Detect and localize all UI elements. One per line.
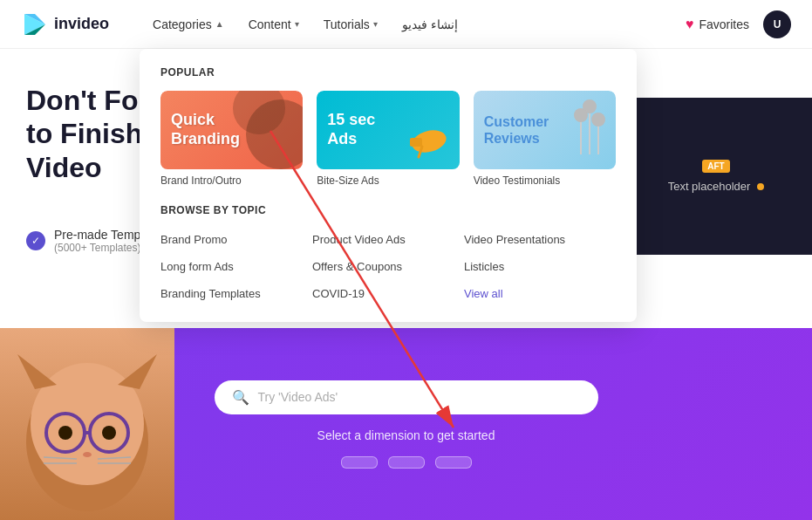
- dimension-buttons: [341, 456, 472, 469]
- header: invideo Categories ▲ Content ▾ Tutorials…: [0, 0, 812, 49]
- categories-dropdown: Popular Quick Branding Brand Intro/Outro: [140, 49, 637, 322]
- main-nav: Categories ▲ Content ▾ Tutorials ▾ إنشاء…: [144, 10, 686, 38]
- search-icon: 🔍: [232, 389, 249, 406]
- text-placeholder: Text placeholder: [668, 180, 751, 193]
- svg-rect-18: [410, 138, 422, 147]
- svg-point-23: [591, 113, 605, 127]
- dimension-button-3[interactable]: [435, 456, 472, 469]
- megaphone-icon: [403, 117, 451, 165]
- browse-item-brand-promo[interactable]: Brand Promo: [160, 229, 312, 250]
- card1-label: Brand Intro/Outro: [160, 174, 303, 187]
- video-thumbnail: AFT Text placeholder: [620, 98, 812, 255]
- user-avatar[interactable]: U: [763, 10, 791, 38]
- dimension-button-1[interactable]: [341, 456, 378, 469]
- check-icon: ✓: [26, 231, 45, 250]
- quick-branding-image: Quick Branding: [160, 91, 303, 169]
- browse-item-listicles[interactable]: Listicles: [464, 256, 616, 277]
- browse-item-product-video[interactable]: Product Video Ads: [312, 229, 464, 250]
- browse-item-branding-templates[interactable]: Branding Templates: [160, 283, 312, 304]
- dimension-button-2[interactable]: [388, 456, 425, 469]
- popular-section-title: Popular: [160, 66, 616, 79]
- card1-line1: Quick: [171, 111, 240, 130]
- heart-icon: ♥: [686, 17, 694, 32]
- browse-item-video-presentations[interactable]: Video Presentations: [464, 229, 616, 250]
- card3-line1: Customer: [484, 113, 549, 130]
- svg-point-25: [574, 108, 588, 122]
- browse-item-view-all[interactable]: View all: [464, 283, 616, 304]
- browse-section-title: Browse By Topic: [160, 204, 616, 216]
- browse-section: Browse By Topic Brand Promo Product Vide…: [160, 204, 616, 304]
- nav-create[interactable]: إنشاء فيديو: [393, 10, 467, 38]
- quick-branding-card[interactable]: Quick Branding Brand Intro/Outro: [160, 91, 303, 187]
- cat-svg: [0, 328, 174, 520]
- header-right: ♥ Favorites U: [686, 10, 791, 38]
- card3-line2: Reviews: [484, 130, 549, 147]
- nav-content[interactable]: Content ▾: [240, 10, 308, 38]
- cat-image: [0, 328, 174, 520]
- recording-dot: [757, 183, 764, 190]
- search-placeholder: Try 'Video Ads': [258, 390, 338, 404]
- 15sec-ads-card[interactable]: 15 sec Ads Bite-Size Ads: [317, 91, 459, 187]
- chevron-down-icon: ▾: [373, 19, 378, 29]
- svg-point-12: [83, 452, 92, 457]
- nav-categories[interactable]: Categories ▲: [144, 10, 233, 38]
- logo-icon: [21, 10, 49, 38]
- chevron-down-icon: ▲: [215, 19, 224, 29]
- svg-point-11: [102, 426, 116, 440]
- card2-line2: Ads: [327, 130, 375, 149]
- browse-item-covid[interactable]: COVID-19: [312, 283, 464, 304]
- thumbtacks-icon: [568, 98, 611, 159]
- svg-point-10: [58, 426, 72, 440]
- chevron-down-icon: ▾: [295, 19, 299, 29]
- logo[interactable]: invideo: [21, 10, 109, 38]
- card2-label: Bite-Size Ads: [317, 174, 459, 187]
- card2-line1: 15 sec: [327, 111, 375, 130]
- logo-text: invideo: [54, 15, 109, 33]
- browse-grid: Brand Promo Product Video Ads Video Pres…: [160, 229, 616, 304]
- card1-line2: Branding: [171, 130, 240, 149]
- popular-cards: Quick Branding Brand Intro/Outro 15 sec …: [160, 91, 616, 187]
- browse-item-long-form[interactable]: Long form Ads: [160, 256, 312, 277]
- card3-label: Video Testimonials: [474, 174, 616, 187]
- reviews-image: Customer Reviews: [474, 91, 616, 169]
- browse-item-offers[interactable]: Offers & Coupons: [312, 256, 464, 277]
- search-bar[interactable]: 🔍 Try 'Video Ads': [215, 380, 598, 414]
- svg-marker-5: [17, 354, 57, 389]
- favorites-button[interactable]: ♥ Favorites: [686, 17, 749, 32]
- purple-section: 🔍 Try 'Video Ads' Select a dimension to …: [0, 328, 812, 520]
- customer-reviews-card[interactable]: Customer Reviews Video Testimonials: [474, 91, 616, 187]
- dimension-text: Select a dimension to get started: [317, 428, 495, 442]
- nav-tutorials[interactable]: Tutorials ▾: [315, 10, 386, 38]
- svg-marker-6: [118, 354, 157, 389]
- 15sec-image: 15 sec Ads: [317, 91, 459, 169]
- draft-badge: AFT: [702, 160, 729, 173]
